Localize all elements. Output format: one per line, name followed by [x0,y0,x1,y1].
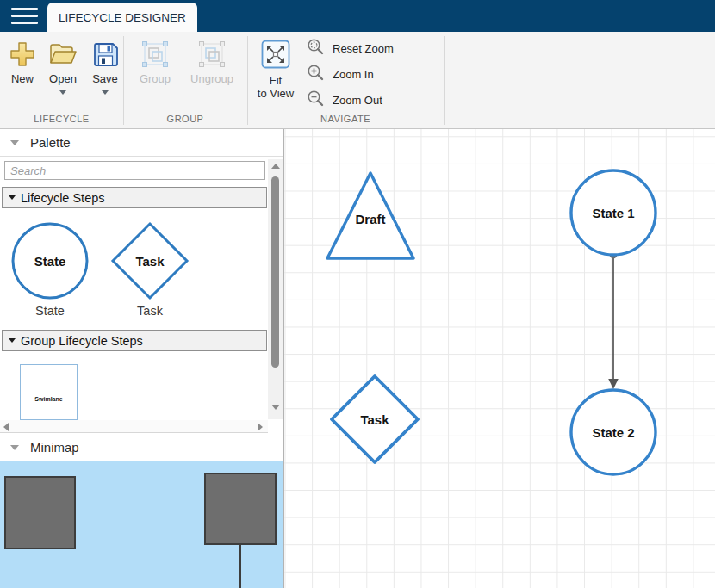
palette-item-state[interactable]: State [10,221,90,304]
ungroup-button[interactable]: Ungroup [183,39,241,85]
palette-panel-title: Palette [30,135,71,150]
sidebar: Palette Lifecycle Steps State State Task… [0,129,284,588]
canvas-node-state1-label: State 1 [592,206,634,220]
section-label-navigate: NAVIGATE [247,114,444,124]
zoom-out-button[interactable]: Zoom Out [307,90,382,109]
open-folder-icon [47,39,78,70]
triangle-down-icon [9,195,16,200]
group-lifecycle-steps-section-header[interactable]: Group Lifecycle Steps [2,330,267,351]
minimap-panel-header[interactable]: Minimap [0,434,283,461]
menu-icon[interactable] [11,8,38,24]
canvas-node-state2[interactable]: State 2 [571,390,656,474]
save-dropdown-chevron-icon[interactable] [102,90,109,95]
new-button-label: New [11,72,34,85]
chevron-down-icon [10,445,19,450]
canvas-node-state1[interactable]: State 1 [571,170,656,255]
triangle-down-icon [9,338,16,343]
section-label-group: GROUP [123,114,247,124]
palette-state-shape-label: State [34,254,66,269]
minimap-node [204,473,277,545]
save-floppy-icon [90,39,121,70]
new-button[interactable]: New [3,39,41,85]
ribbon-toolbar: New Open Save [0,32,715,129]
group-icon [140,39,171,70]
reset-zoom-button[interactable]: Reset Zoom [307,39,394,58]
canvas-node-draft[interactable]: Draft [327,173,413,258]
section-label-lifecycle: LIFECYCLE [0,114,123,124]
minimap-panel-title: Minimap [30,440,79,455]
minimap-view[interactable] [0,461,283,588]
palette-task-shape-label: Task [135,254,165,269]
zoom-in-button[interactable]: Zoom In [307,65,374,84]
palette-state-caption: State [11,304,89,318]
minimap-edge [239,545,241,588]
ribbon-separator [123,36,124,125]
fit-to-view-button[interactable]: Fit to View [253,39,298,100]
palette-horizontal-scrollbar[interactable] [0,420,268,433]
ungroup-icon [196,39,227,70]
ungroup-button-label: Ungroup [190,72,233,85]
palette-task-caption: Task [111,304,189,318]
group-lifecycle-steps-section-title: Group Lifecycle Steps [21,334,143,348]
fit-to-view-label-line1: Fit [270,74,282,87]
ribbon-separator [247,36,248,125]
palette-item-task[interactable]: Task [110,221,190,304]
new-file-icon [7,39,38,70]
open-dropdown-chevron-icon[interactable] [59,90,66,95]
palette-swimlane-shape-label: Swimlane [21,396,77,402]
reset-zoom-label: Reset Zoom [333,42,394,55]
canvas-node-state2-label: State 2 [592,425,634,440]
transition-edge[interactable] [608,251,619,389]
group-button-label: Group [140,72,171,85]
canvas-node-draft-label: Draft [355,212,385,226]
palette-panel-header[interactable]: Palette [0,129,283,157]
scroll-down-icon[interactable] [271,405,280,410]
fit-to-view-label-line2: to View [258,87,294,100]
zoom-in-icon [307,64,325,85]
canvas-node-task[interactable]: Task [332,376,418,462]
palette-vertical-scrollbar[interactable] [268,159,283,419]
fit-to-view-icon [260,39,291,70]
lifecycle-steps-section-header[interactable]: Lifecycle Steps [2,187,267,208]
group-button[interactable]: Group [131,39,179,85]
zoom-out-label: Zoom Out [333,94,382,107]
palette-search-input[interactable] [4,161,265,180]
arrowhead-icon [608,379,619,389]
lifecycle-steps-section-title: Lifecycle Steps [21,191,105,205]
palette-item-swimlane[interactable]: Swimlane [20,364,78,420]
scroll-right-icon[interactable] [258,423,263,431]
tab-lifecycle-designer[interactable]: LIFECYCLE DESIGNER [47,3,197,32]
minimap-node [4,476,76,549]
scroll-left-icon[interactable] [3,423,9,431]
zoom-in-label: Zoom In [333,68,374,81]
zoom-out-icon [307,90,325,111]
save-button-label: Save [92,72,118,85]
open-button[interactable]: Open [44,39,82,95]
diagram-canvas[interactable]: Draft State 1 Task State 2 [284,129,715,588]
reset-zoom-icon [307,38,325,59]
canvas-node-task-label: Task [360,412,389,427]
lifecycle-designer-app: LIFECYCLE DESIGNER New Open [0,0,715,588]
chevron-down-icon [10,140,19,145]
vertical-scrollbar-thumb[interactable] [271,176,279,368]
titlebar: LIFECYCLE DESIGNER [0,0,715,32]
ribbon-separator [444,36,445,125]
scroll-up-icon[interactable] [271,164,280,169]
save-button[interactable]: Save [86,39,124,95]
open-button-label: Open [49,72,77,85]
